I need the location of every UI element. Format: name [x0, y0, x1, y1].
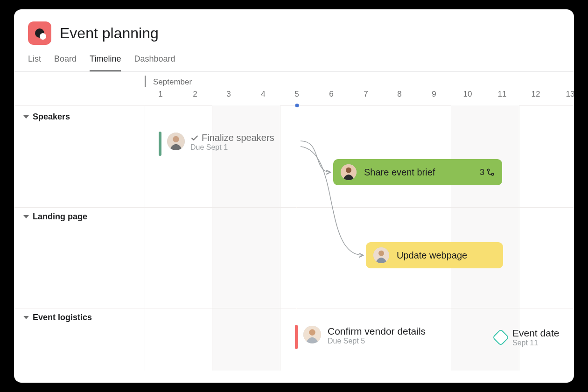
day-5: 5: [287, 90, 306, 99]
day-3: 3: [219, 90, 238, 99]
day-6: 6: [322, 90, 341, 99]
milestone-event-date[interactable]: Event date Sept 11: [495, 328, 559, 347]
day-9: 9: [425, 90, 443, 99]
task-update-webpage[interactable]: Update webpage: [366, 242, 503, 268]
day-11: 11: [493, 90, 511, 99]
subtask-count: 3: [480, 168, 495, 177]
section-event-logistics[interactable]: Event logistics: [23, 313, 92, 322]
page-title: Event planning: [60, 25, 159, 42]
task-finalize-marker: [159, 132, 161, 156]
svg-point-5: [491, 173, 494, 175]
month-label: September: [153, 77, 192, 87]
chevron-down-icon: [23, 316, 29, 319]
svg-point-1: [173, 136, 179, 142]
timeline: September 1 2 3 4 5 6 7 8 9 10 11 12 13: [14, 72, 574, 371]
day-header: 1 2 3 4 5 6 7 8 9 10 11 12 13: [14, 90, 574, 104]
day-8: 8: [390, 90, 409, 99]
day-7: 7: [357, 90, 375, 99]
chevron-down-icon: [23, 215, 29, 218]
day-1: 1: [151, 90, 170, 99]
tab-list[interactable]: List: [28, 54, 41, 71]
day-12: 12: [526, 90, 545, 99]
header: Event planning: [14, 9, 574, 45]
svg-point-7: [378, 251, 384, 256]
tab-dashboard[interactable]: Dashboard: [134, 54, 175, 71]
svg-point-4: [487, 169, 490, 171]
today-line: [297, 105, 297, 371]
chevron-down-icon: [23, 115, 29, 119]
day-2: 2: [186, 90, 204, 99]
section-speakers[interactable]: Speakers: [23, 112, 70, 122]
app-frame: Event planning List Board Timeline Dashb…: [14, 9, 574, 383]
day-13: 13: [561, 90, 574, 99]
section-landing-page[interactable]: Landing page: [23, 212, 87, 222]
avatar: [167, 133, 185, 150]
diamond-icon: [492, 329, 510, 346]
avatar: [373, 247, 389, 263]
task-finalize-speakers[interactable]: Finalize speakers Due Sept 1: [167, 133, 274, 152]
avatar: [341, 164, 357, 180]
day-10: 10: [458, 90, 477, 99]
tab-timeline[interactable]: Timeline: [90, 54, 121, 71]
tabs: List Board Timeline Dashboard: [14, 45, 574, 72]
today-dot: [295, 104, 299, 107]
svg-point-9: [309, 329, 315, 336]
task-vendor-marker: [295, 325, 298, 349]
avatar: [303, 326, 321, 343]
day-4: 4: [254, 90, 273, 99]
tab-board[interactable]: Board: [54, 54, 77, 71]
check-icon: [190, 134, 199, 142]
svg-point-3: [346, 168, 351, 173]
project-icon: [28, 21, 51, 45]
month-tick: [145, 76, 146, 87]
task-confirm-vendor[interactable]: Confirm vendor details Due Sept 5: [303, 326, 426, 345]
subtask-icon: [486, 168, 495, 176]
task-share-event-brief[interactable]: Share event brief 3: [333, 159, 502, 185]
